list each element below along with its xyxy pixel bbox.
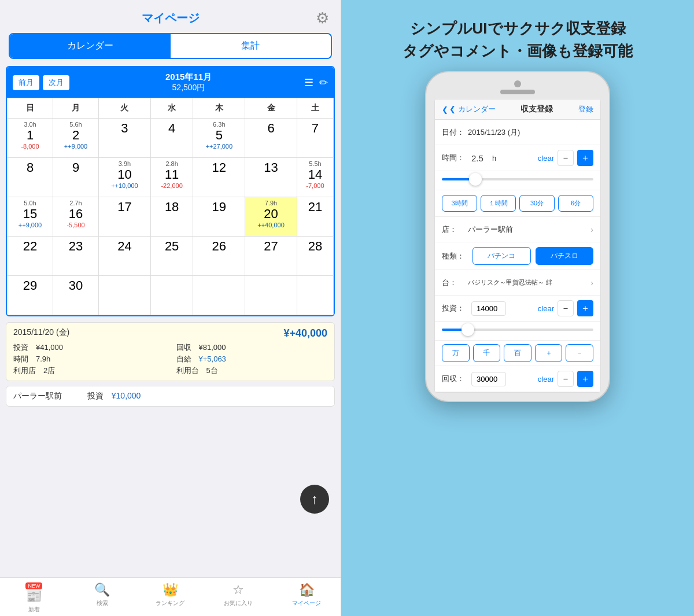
quick-1h-button[interactable]: １時間	[481, 195, 516, 212]
calendar-cell[interactable]: 7	[297, 119, 333, 158]
recover-input[interactable]	[471, 372, 506, 386]
detail-section: 2015/11/20 (金) ¥+40,000 投資 ¥41,000 回収 ¥8…	[6, 322, 335, 381]
recover-clear-button[interactable]: clear	[538, 375, 554, 383]
invest-slider-thumb[interactable]	[462, 323, 474, 336]
invest-slider-container	[435, 322, 600, 341]
phone-nav-bar: ❮ ❮ カレンダー 収支登録 登録	[435, 99, 600, 120]
time-minus-button[interactable]: －	[558, 150, 574, 166]
calendar-cell[interactable]: 25	[150, 237, 193, 276]
date-value: 2015/11/23 (月)	[468, 127, 593, 138]
calendar-cell[interactable]: 30	[53, 276, 99, 315]
calendar-cell[interactable]	[297, 276, 333, 315]
invest-clear-button[interactable]: clear	[538, 304, 554, 313]
time-clear-button[interactable]: clear	[538, 154, 554, 163]
calendar-cell[interactable]: 5.5h14-7,000	[297, 158, 333, 197]
calendar-cell[interactable]: 23	[53, 237, 99, 276]
phone-speaker	[500, 90, 535, 94]
total-amount: 52,500円	[73, 83, 304, 93]
recover-minus-button[interactable]: －	[558, 371, 574, 387]
calendar-cell[interactable]: 3.9h10++10,000	[99, 158, 151, 197]
calendar-cell[interactable]: 4	[150, 119, 193, 158]
calendar-cell[interactable]: 2.7h16-5,500	[53, 197, 99, 237]
time-slider-thumb[interactable]	[469, 173, 482, 186]
time-slider-container	[435, 171, 600, 190]
nav-ranking-label: ランキング	[156, 599, 184, 607]
machine-form-row[interactable]: 台： バジリスク～甲賀忍法帖～ 絆 ›	[435, 270, 600, 296]
month-label: 2015年11月	[73, 72, 304, 83]
detail-item: 回収 ¥81,000	[176, 342, 328, 353]
calendar-cell[interactable]: 6	[245, 119, 297, 158]
gear-icon[interactable]: ⚙	[316, 9, 329, 27]
menu-icon[interactable]: ☰	[304, 76, 313, 89]
calendar-cell[interactable]: 7.9h20++40,000	[245, 197, 297, 237]
calendar-cell[interactable]: 17	[99, 197, 151, 237]
calendar-cell[interactable]: 21	[297, 197, 333, 237]
calc-hya-button[interactable]: 百	[504, 344, 531, 362]
time-plus-button[interactable]: ＋	[577, 150, 593, 166]
calendar-cell[interactable]: 6.3h5++27,000	[193, 119, 245, 158]
nav-ranking[interactable]: 👑 ランキング	[136, 582, 205, 614]
scroll-up-button[interactable]: ↑	[300, 485, 329, 514]
calc-sen-button[interactable]: 千	[473, 344, 501, 362]
recover-plus-button[interactable]: ＋	[577, 371, 593, 387]
calendar-cell[interactable]: 28	[297, 237, 333, 276]
invest-plus-button[interactable]: ＋	[577, 300, 593, 316]
nav-favorites-label: お気に入り	[224, 599, 253, 607]
nav-search[interactable]: 🔍 検索	[68, 582, 136, 614]
calendar-cell[interactable]	[99, 276, 151, 315]
promo-line2: タグやコメント・画像も登録可能	[403, 40, 633, 62]
chevron-left-icon: ❮	[442, 105, 448, 114]
calc-minus-button[interactable]: －	[566, 344, 593, 362]
shop-form-row[interactable]: 店： パーラー駅前 ›	[435, 217, 600, 242]
calendar-grid: 日 月 火 水 木 金 土 3.0h1-8,0005.6h2++9,000346…	[7, 98, 334, 315]
tab-calendar[interactable]: カレンダー	[10, 34, 171, 58]
register-button[interactable]: 登録	[578, 104, 593, 115]
next-month-button[interactable]: 次月	[43, 75, 69, 90]
calendar-cell[interactable]: 29	[8, 276, 53, 315]
invest-input[interactable]	[471, 301, 506, 316]
calendar-cell[interactable]: 22	[8, 237, 53, 276]
calendar-cell[interactable]: 5.0h15++9,000	[8, 197, 53, 237]
invest-minus-button[interactable]: －	[558, 300, 574, 316]
calendar-cell[interactable]	[245, 276, 297, 315]
type-pachislot-button[interactable]: パチスロ	[536, 247, 594, 265]
weekday-fri: 金	[245, 98, 297, 119]
nav-mypage[interactable]: 🏠 マイページ	[272, 582, 341, 614]
quick-time-buttons: 3時間 １時間 30分 6分	[435, 190, 600, 217]
tab-summary[interactable]: 集計	[171, 34, 331, 58]
back-button[interactable]: ❮ ❮ カレンダー	[442, 104, 496, 115]
shop-row: パーラー駅前 投資 ¥10,000	[6, 386, 335, 407]
calendar-cell[interactable]: 27	[245, 237, 297, 276]
nav-mypage-label: マイページ	[292, 599, 321, 607]
left-panel: マイページ ⚙ カレンダー 集計 前月 次月 2015年11月 52,500円 …	[0, 0, 341, 616]
type-pachinko-button[interactable]: パチンコ	[472, 247, 531, 265]
calendar-cell[interactable]: 26	[193, 237, 245, 276]
quick-3h-button[interactable]: 3時間	[442, 195, 477, 212]
calc-plus-button[interactable]: ＋	[535, 344, 563, 362]
calendar-cell[interactable]	[193, 276, 245, 315]
calendar-cell[interactable]: 3	[99, 119, 151, 158]
time-slider-track[interactable]	[442, 178, 593, 180]
calendar-cell[interactable]: 9	[53, 158, 99, 197]
calendar-cell[interactable]: 5.6h2++9,000	[53, 119, 99, 158]
calendar-cell[interactable]: 19	[193, 197, 245, 237]
invest-row: 投資： clear － ＋	[435, 296, 600, 322]
calendar-cell[interactable]: 24	[99, 237, 151, 276]
shop-chevron-icon: ›	[590, 225, 593, 234]
quick-6m-button[interactable]: 6分	[558, 195, 593, 212]
invest-slider-track[interactable]	[442, 329, 593, 331]
calendar-cell[interactable]: 3.0h1-8,000	[8, 119, 53, 158]
calendar-cell[interactable]: 18	[150, 197, 193, 237]
calendar-cell[interactable]: 8	[8, 158, 53, 197]
calendar-cell[interactable]: 2.8h11-22,000	[150, 158, 193, 197]
calendar-cell[interactable]: 12	[193, 158, 245, 197]
quick-30m-button[interactable]: 30分	[519, 195, 555, 212]
prev-month-button[interactable]: 前月	[13, 75, 39, 90]
calc-man-button[interactable]: 万	[442, 344, 470, 362]
calendar-cell[interactable]: 13	[245, 158, 297, 197]
calendar-cell[interactable]	[150, 276, 193, 315]
edit-icon[interactable]: ✏	[319, 76, 328, 89]
nav-favorites[interactable]: ☆ お気に入り	[204, 582, 272, 614]
nav-new[interactable]: NEW 📰 新着	[0, 582, 68, 614]
phone-screen: ❮ ❮ カレンダー 収支登録 登録 日付： 2015/11/23 (月) 時間：…	[434, 99, 601, 393]
